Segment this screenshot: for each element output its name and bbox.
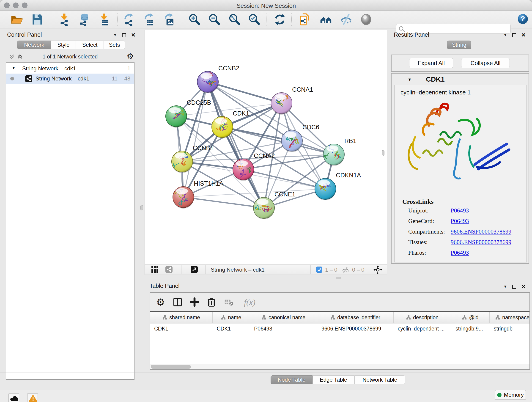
- tab-edge-table[interactable]: Edge Table: [312, 375, 355, 384]
- column-label: shared name: [169, 314, 200, 321]
- create-column-icon[interactable]: [188, 296, 201, 309]
- panel-menu-icon[interactable]: ▼: [113, 33, 117, 37]
- statusbar: Memory: [0, 390, 532, 402]
- crosslinks-title: CrossLinks: [402, 198, 433, 205]
- show-hidden-button[interactable]: [359, 13, 373, 26]
- crosslink-link[interactable]: P06493: [451, 218, 469, 225]
- expand-all-icon[interactable]: [17, 53, 23, 60]
- network-type-icon[interactable]: [165, 266, 172, 273]
- export-table-button[interactable]: [142, 13, 156, 26]
- memory-button[interactable]: Memory: [495, 390, 526, 400]
- column-label: canonical name: [268, 314, 305, 321]
- zoom-selected-button[interactable]: [247, 13, 261, 26]
- table-cell: 9606.ENSP00000378699: [317, 326, 394, 332]
- tab-style[interactable]: Style: [51, 41, 76, 49]
- network-collection-row[interactable]: ▼ String Network – cdk1 1: [6, 64, 134, 74]
- tab-select[interactable]: Select: [76, 41, 104, 49]
- crosslink-link[interactable]: 9606.ENSP00000378699: [451, 239, 511, 246]
- expand-all-button[interactable]: Expand All: [409, 58, 453, 68]
- float-panel-icon[interactable]: [512, 285, 516, 289]
- hide-selected-button[interactable]: [339, 13, 353, 26]
- save-session-button[interactable]: [31, 13, 44, 26]
- crosslink-link[interactable]: 9606.ENSP00000378699: [451, 228, 511, 235]
- network-row[interactable]: String Network – cdk1 11 48: [6, 74, 134, 84]
- export-image-button[interactable]: [162, 13, 176, 26]
- annotation-palette-button[interactable]: [298, 13, 312, 26]
- collapse-all-icon[interactable]: [8, 53, 15, 60]
- splitter-grip-right[interactable]: [382, 150, 385, 156]
- tab-string[interactable]: String: [447, 41, 471, 49]
- table-options-gear-icon[interactable]: ⚙: [154, 296, 167, 309]
- toolbar-separator: [182, 13, 182, 26]
- column-header-name[interactable]: name: [213, 312, 250, 323]
- panel-menu-icon[interactable]: ▼: [503, 33, 507, 37]
- close-panel-icon[interactable]: ✕: [521, 283, 526, 290]
- column-header-namespace[interactable]: namespace: [490, 312, 530, 323]
- float-panel-icon[interactable]: [122, 33, 126, 37]
- zoom-out-button[interactable]: [207, 13, 221, 26]
- table-row[interactable]: CDK1CDK1P064939606.ENSP00000378699cyclin…: [150, 324, 530, 333]
- panel-menu-icon[interactable]: ▼: [503, 284, 507, 289]
- apply-layout-button[interactable]: [273, 13, 287, 26]
- close-panel-icon[interactable]: ✕: [521, 32, 526, 38]
- gene-collapse-icon[interactable]: ▼: [408, 77, 412, 82]
- pan-crosshair-icon[interactable]: [374, 265, 382, 274]
- birdseye-grid-icon[interactable]: [151, 266, 158, 274]
- column-header-database-identifier[interactable]: database identifier: [317, 312, 394, 323]
- import-network-button[interactable]: [57, 13, 71, 26]
- network-node-ccnb1[interactable]: CCNB1: [171, 145, 214, 173]
- network-node-rb1[interactable]: RB1: [323, 138, 356, 166]
- column-header-shared-name[interactable]: shared name: [150, 312, 213, 323]
- export-network-button[interactable]: [122, 13, 136, 26]
- network-node-cdkn1a[interactable]: CDKN1A: [315, 172, 361, 200]
- tab-node-table[interactable]: Node Table: [271, 375, 312, 384]
- close-panel-icon[interactable]: ✕: [131, 32, 136, 38]
- search-input[interactable]: [406, 25, 507, 32]
- table-body: CDK1CDK1P064939606.ENSP00000378699cyclin…: [150, 324, 530, 364]
- import-table-button[interactable]: [97, 13, 111, 26]
- scrollbar-thumb[interactable]: [151, 365, 191, 369]
- column-type-icon: [330, 315, 335, 320]
- hidden-eye-icon[interactable]: [342, 266, 349, 273]
- network-node-hist1h1a[interactable]: HIST1H1A: [173, 180, 223, 209]
- open-session-button[interactable]: [10, 13, 24, 26]
- column-header-canonical-name[interactable]: canonical name: [250, 312, 317, 323]
- table-header-row: shared namenamecanonical namedatabase id…: [150, 311, 530, 323]
- delete-column-icon[interactable]: [205, 296, 218, 309]
- cloud-status-button[interactable]: [8, 393, 19, 402]
- help-button[interactable]: ?: [517, 13, 529, 25]
- table-cell: cyclin–dependent ...: [394, 326, 451, 332]
- table-horizontal-scrollbar: [150, 364, 530, 369]
- column-header--id[interactable]: @id: [451, 312, 490, 323]
- warning-status-button[interactable]: [27, 393, 38, 402]
- zoom-in-button[interactable]: [187, 13, 201, 26]
- network-options-gear-icon[interactable]: ⚙: [127, 51, 133, 61]
- network-edge: [243, 169, 325, 189]
- network-view-title: String Network – cdk1: [211, 267, 265, 273]
- function-builder-icon[interactable]: f(x): [239, 296, 260, 309]
- collection-expand-icon[interactable]: ▼: [12, 66, 16, 70]
- detach-view-icon[interactable]: [191, 266, 198, 273]
- float-panel-icon[interactable]: [512, 33, 516, 37]
- network-canvas[interactable]: CCNB2CCNA1CDC25BCDK1CDC6RB1CCNB1CCNA2CDK…: [145, 30, 387, 264]
- delete-table-icon[interactable]: [222, 296, 235, 309]
- column-header-description[interactable]: description: [394, 312, 451, 323]
- splitter-grip-left[interactable]: [140, 205, 143, 211]
- network-graph: CCNB2CCNA1CDC25BCDK1CDC6RB1CCNB1CCNA2CDK…: [145, 30, 387, 264]
- network-node-ccna1[interactable]: CCNA1: [270, 86, 313, 115]
- collapse-all-button[interactable]: Collapse All: [461, 58, 510, 68]
- control-panel-controls: ▼ ✕: [113, 32, 136, 38]
- tab-network[interactable]: Network: [17, 41, 51, 49]
- splitter-grip-horizontal[interactable]: [336, 277, 341, 279]
- show-columns-icon[interactable]: [171, 296, 184, 309]
- tab-sets[interactable]: Sets: [104, 41, 125, 49]
- zoom-fit-button[interactable]: [228, 13, 241, 26]
- selected-indicator-checkbox[interactable]: [316, 267, 322, 273]
- show-all-nodes-button[interactable]: [319, 13, 333, 26]
- network-node-ccna2[interactable]: CCNA2: [233, 153, 275, 181]
- tab-network-table[interactable]: Network Table: [355, 375, 405, 384]
- crosslink-link[interactable]: P06493: [451, 207, 469, 214]
- crosslink-link[interactable]: P06493: [451, 249, 469, 256]
- gene-description: cyclin–dependent kinase 1: [400, 89, 471, 96]
- import-network-from-database-button[interactable]: [77, 13, 91, 26]
